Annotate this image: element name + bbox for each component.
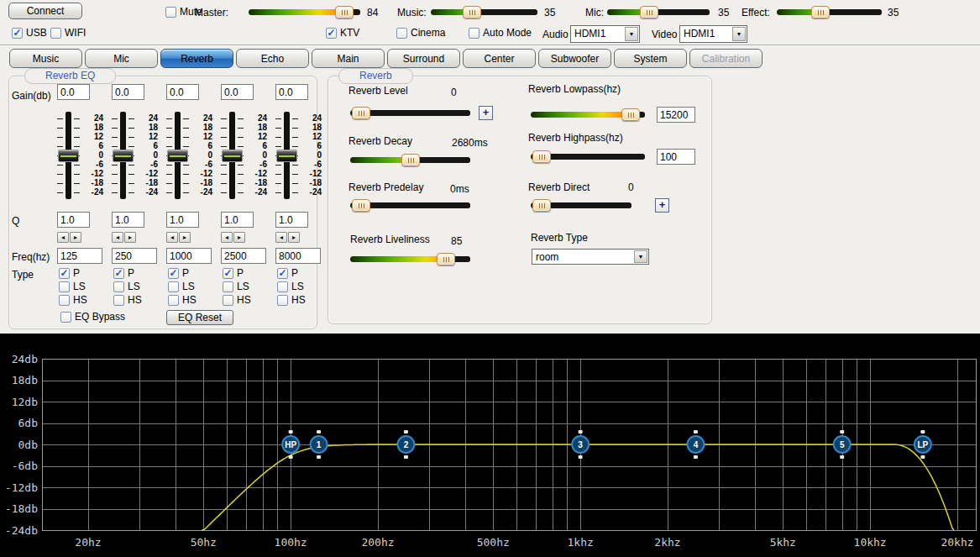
cinema-checkbox[interactable]: Cinema xyxy=(396,27,445,39)
reverb-decay-slider-handle[interactable] xyxy=(401,154,420,166)
band1-q-input[interactable] xyxy=(57,212,90,228)
dropdown-arrow-icon[interactable]: ▼ xyxy=(634,250,647,263)
wifi-checkbox[interactable]: WIFI xyxy=(50,27,86,39)
reverb-liveliness-slider[interactable] xyxy=(350,253,470,265)
band5-q-increment-button[interactable]: ▸ xyxy=(288,232,300,243)
band5-type-ls-checkbox-box[interactable] xyxy=(277,281,288,292)
music-volume-slider[interactable] xyxy=(431,6,537,18)
band1-q-decrement-button[interactable]: ◂ xyxy=(57,232,69,243)
reverb-highpass-input[interactable] xyxy=(657,149,695,165)
band4-type-hs-checkbox[interactable]: HS xyxy=(223,294,251,306)
reverb-type-select[interactable]: room▼ xyxy=(532,249,649,265)
band3-type-hs-checkbox-box[interactable] xyxy=(168,295,179,306)
tab-calibration[interactable]: Calibration xyxy=(689,49,763,68)
band3-gain-slider[interactable]: 24181260-6-12-18-24 xyxy=(159,110,217,202)
cinema-checkbox-box[interactable] xyxy=(396,28,407,39)
connect-button[interactable]: Connect xyxy=(8,3,82,19)
band4-q-decrement-button[interactable]: ◂ xyxy=(221,232,233,243)
band2-type-hs-checkbox-box[interactable] xyxy=(113,295,124,306)
band2-type-p-checkbox[interactable]: ✓P xyxy=(113,267,134,279)
band5-type-ls-checkbox[interactable]: LS xyxy=(277,281,304,292)
band1-type-hs-checkbox-box[interactable] xyxy=(59,295,70,306)
band2-q-input[interactable] xyxy=(112,212,144,228)
eq-bypass-checkbox-box[interactable] xyxy=(60,312,71,323)
band2-gain-slider[interactable]: 24181260-6-12-18-24 xyxy=(104,110,163,202)
band2-freq-input[interactable] xyxy=(112,248,157,264)
band4-type-hs-checkbox-box[interactable] xyxy=(223,295,233,306)
video-select[interactable]: HDMI1▼ xyxy=(679,25,747,43)
tab-surround[interactable]: Surround xyxy=(387,49,460,68)
band3-gain-handle[interactable] xyxy=(167,150,188,162)
band1-type-p-checkbox-box[interactable]: ✓ xyxy=(59,268,70,279)
band5-q-decrement-button[interactable]: ◂ xyxy=(275,232,287,243)
tab-subwoofer[interactable]: Subwoofer xyxy=(538,49,611,68)
mic-volume-slider-handle[interactable] xyxy=(640,6,658,18)
wifi-checkbox-box[interactable] xyxy=(50,28,61,39)
tab-mic[interactable]: Mic xyxy=(85,49,158,68)
band3-type-hs-checkbox[interactable]: HS xyxy=(168,294,197,306)
band2-type-p-checkbox-box[interactable]: ✓ xyxy=(113,268,124,279)
dropdown-arrow-icon[interactable]: ▼ xyxy=(732,27,746,41)
tab-echo[interactable]: Echo xyxy=(236,49,309,68)
band3-q-decrement-button[interactable]: ◂ xyxy=(166,232,178,243)
reverb-lowpass-slider[interactable] xyxy=(531,108,645,121)
band5-gain-slider[interactable]: 24181260-6-12-18-24 xyxy=(268,110,327,202)
band5-type-hs-checkbox[interactable]: HS xyxy=(277,294,306,306)
tab-music[interactable]: Music xyxy=(9,49,82,68)
effect-volume-slider[interactable] xyxy=(777,6,882,18)
reverb-level-slider[interactable] xyxy=(350,107,470,119)
band4-gain-input[interactable] xyxy=(221,84,254,100)
band4-type-ls-checkbox[interactable]: LS xyxy=(223,281,249,292)
band5-type-p-checkbox-box[interactable]: ✓ xyxy=(277,268,288,279)
master-volume-slider[interactable] xyxy=(249,6,360,18)
reverb-liveliness-slider-handle[interactable] xyxy=(437,253,455,265)
band2-q-decrement-button[interactable]: ◂ xyxy=(112,232,123,243)
auto-mode-checkbox[interactable]: Auto Mode xyxy=(469,27,532,39)
band4-gain-handle[interactable] xyxy=(222,150,243,162)
band5-q-input[interactable] xyxy=(275,212,308,228)
master-volume-slider-handle[interactable] xyxy=(335,6,354,18)
reverb-direct-slider[interactable] xyxy=(531,199,631,212)
tab-center[interactable]: Center xyxy=(463,49,536,68)
band1-freq-input[interactable] xyxy=(57,248,102,264)
band5-type-hs-checkbox-box[interactable] xyxy=(277,295,288,306)
band3-q-increment-button[interactable]: ▸ xyxy=(179,232,191,243)
band1-q-increment-button[interactable]: ▸ xyxy=(70,232,81,243)
auto-mode-checkbox-box[interactable] xyxy=(469,28,480,39)
band1-gain-handle[interactable] xyxy=(58,150,79,162)
band1-type-hs-checkbox[interactable]: HS xyxy=(59,294,87,306)
band4-freq-input[interactable] xyxy=(221,248,266,264)
band2-type-ls-checkbox[interactable]: LS xyxy=(113,281,140,292)
tab-main[interactable]: Main xyxy=(312,49,385,68)
reverb-direct-plus-button[interactable]: + xyxy=(655,198,669,213)
reverb-predelay-slider-handle[interactable] xyxy=(352,199,370,212)
tab-reverb[interactable]: Reverb xyxy=(160,49,233,68)
ktv-checkbox[interactable]: ✓KTV xyxy=(326,27,359,39)
music-volume-slider-handle[interactable] xyxy=(463,6,481,18)
band3-type-p-checkbox[interactable]: ✓P xyxy=(168,267,189,279)
reverb-direct-slider-handle[interactable] xyxy=(532,199,551,212)
reverb-level-slider-handle[interactable] xyxy=(352,107,370,119)
reverb-highpass-slider[interactable] xyxy=(531,150,645,163)
band3-type-p-checkbox-box[interactable]: ✓ xyxy=(168,268,179,279)
band4-q-input[interactable] xyxy=(221,212,254,228)
band4-type-p-checkbox[interactable]: ✓P xyxy=(223,267,244,279)
eq-bypass-checkbox[interactable]: EQ Bypass xyxy=(60,311,125,323)
band5-gain-input[interactable] xyxy=(275,84,308,100)
band1-gain-slider[interactable]: 24181260-6-12-18-24 xyxy=(50,110,108,202)
band4-type-ls-checkbox-box[interactable] xyxy=(223,281,233,292)
band1-type-p-checkbox[interactable]: ✓P xyxy=(59,267,80,279)
reverb-lowpass-input[interactable] xyxy=(657,107,695,123)
band2-type-ls-checkbox-box[interactable] xyxy=(113,281,124,292)
mute-checkbox-box[interactable] xyxy=(165,7,176,18)
band3-type-ls-checkbox-box[interactable] xyxy=(168,281,179,292)
eq-reset-button[interactable]: EQ Reset xyxy=(166,310,233,325)
band2-gain-handle[interactable] xyxy=(113,150,134,162)
dropdown-arrow-icon[interactable]: ▼ xyxy=(625,27,638,41)
band3-q-input[interactable] xyxy=(166,212,199,228)
mic-volume-slider[interactable] xyxy=(607,6,710,18)
reverb-decay-slider[interactable] xyxy=(350,154,470,166)
band1-type-ls-checkbox-box[interactable] xyxy=(59,281,70,292)
usb-checkbox-box[interactable]: ✓ xyxy=(12,28,23,39)
band5-gain-handle[interactable] xyxy=(276,150,297,162)
